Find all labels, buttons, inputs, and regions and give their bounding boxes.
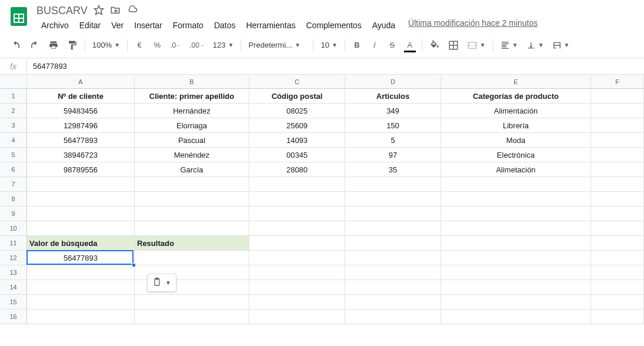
cell-a8[interactable] [27,192,135,207]
cell-b7[interactable] [135,177,249,192]
cell-f13[interactable] [591,265,644,280]
cell-d4[interactable]: 5 [345,133,441,148]
cell-a16[interactable] [27,310,135,324]
cell-a6[interactable]: 98789556 [27,162,135,177]
menu-insertar[interactable]: Insertar [129,18,166,32]
cell-c7[interactable] [249,177,345,192]
cell-b1[interactable]: Cliente: primer apellido [135,89,249,104]
borders-button[interactable] [445,37,462,54]
cell-c16[interactable] [249,310,345,324]
cell-c2[interactable]: 08025 [249,104,345,118]
document-title[interactable]: BUSCARV [36,5,88,17]
row-header-1[interactable]: 1 [0,89,27,104]
move-icon[interactable] [110,5,121,17]
cell-d14[interactable] [345,280,441,295]
sheets-logo-icon[interactable] [7,5,31,28]
cell-a15[interactable] [27,295,135,310]
cell-f14[interactable] [591,280,644,295]
cell-c12[interactable] [249,251,345,265]
cell-a10[interactable] [27,221,135,236]
cell-f7[interactable] [591,177,644,192]
cell-d6[interactable]: 35 [345,162,441,177]
cell-f10[interactable] [591,221,644,236]
cell-f4[interactable] [591,133,644,148]
fill-color-button[interactable] [426,37,443,54]
cell-d12[interactable] [345,251,441,265]
cell-c1[interactable]: Código postal [249,89,345,104]
cell-d7[interactable] [345,177,441,192]
row-header-9[interactable]: 9 [0,207,27,221]
row-header-8[interactable]: 8 [0,192,27,207]
cell-b3[interactable]: Elorriaga [135,118,249,133]
cell-d3[interactable]: 150 [345,118,441,133]
cell-e4[interactable]: Moda [441,133,591,148]
paint-format-button[interactable] [64,37,81,54]
cell-c6[interactable]: 28080 [249,162,345,177]
redo-button[interactable] [26,37,44,54]
formula-input[interactable]: 56477893 [27,59,644,73]
cell-b15[interactable] [135,295,249,310]
cell-e6[interactable]: Alimetación [441,162,591,177]
row-header-13[interactable]: 13 [0,265,27,280]
cell-e5[interactable]: Electrónica [441,148,591,162]
cell-d10[interactable] [345,221,441,236]
cell-b16[interactable] [135,310,249,324]
last-modified-link[interactable]: Última modificación hace 2 minutos [408,18,538,32]
col-header-c[interactable]: C [249,75,345,89]
cell-a5[interactable]: 38946723 [27,148,135,162]
cell-a1[interactable]: Nº de cliente [27,89,135,104]
cell-b10[interactable] [135,221,249,236]
cell-b11[interactable]: Resultado [135,236,249,251]
row-header-3[interactable]: 3 [0,118,27,133]
cell-e10[interactable] [441,221,591,236]
cell-c15[interactable] [249,295,345,310]
cell-e7[interactable] [441,177,591,192]
cell-d2[interactable]: 349 [345,104,441,118]
row-header-4[interactable]: 4 [0,133,27,148]
cell-f15[interactable] [591,295,644,310]
cell-b8[interactable] [135,192,249,207]
col-header-f[interactable]: F [591,75,644,89]
vertical-align-button[interactable]: ▼ [523,38,548,52]
cell-a2[interactable]: 59483456 [27,104,135,118]
cloud-status-icon[interactable] [126,5,138,17]
cell-f5[interactable] [591,148,644,162]
font-size-select[interactable]: 10▼ [317,38,341,52]
text-color-button[interactable]: A [402,37,418,54]
cell-e11[interactable] [441,236,591,251]
bold-button[interactable]: B [349,37,365,54]
cell-a4[interactable]: 56477893 [27,133,135,148]
cell-c13[interactable] [249,265,345,280]
currency-button[interactable]: € [131,37,148,54]
text-wrap-button[interactable]: ▼ [549,38,573,52]
row-header-11[interactable]: 11 [0,236,27,251]
cell-d5[interactable]: 97 [345,148,441,162]
cell-d8[interactable] [345,192,441,207]
cell-a7[interactable] [27,177,135,192]
star-icon[interactable] [94,5,104,17]
cell-c5[interactable]: 00345 [249,148,345,162]
cell-b2[interactable]: Hernández [135,104,249,118]
cell-b5[interactable]: Menéndez [135,148,249,162]
row-header-6[interactable]: 6 [0,162,27,177]
cell-f3[interactable] [591,118,644,133]
row-header-15[interactable]: 15 [0,295,27,310]
cell-a12[interactable]: 56477893 [27,251,135,265]
col-header-d[interactable]: D [345,75,441,89]
cell-f12[interactable] [591,251,644,265]
menu-ayuda[interactable]: Ayuda [368,18,400,32]
font-family-select[interactable]: Predetermi...▼ [245,38,309,52]
cell-e16[interactable] [441,310,591,324]
increase-decimal-button[interactable]: .00→ [186,37,208,54]
cell-f11[interactable] [591,236,644,251]
cell-e14[interactable] [441,280,591,295]
menu-formato[interactable]: Formato [168,18,208,32]
col-header-a[interactable]: A [27,75,135,89]
cell-c10[interactable] [249,221,345,236]
cell-a13[interactable] [27,265,135,280]
cell-b4[interactable]: Pascual [135,133,249,148]
cell-b6[interactable]: García [135,162,249,177]
horizontal-align-button[interactable]: ▼ [497,38,522,52]
cell-f2[interactable] [591,104,644,118]
menu-archivo[interactable]: Archivo [36,18,74,32]
